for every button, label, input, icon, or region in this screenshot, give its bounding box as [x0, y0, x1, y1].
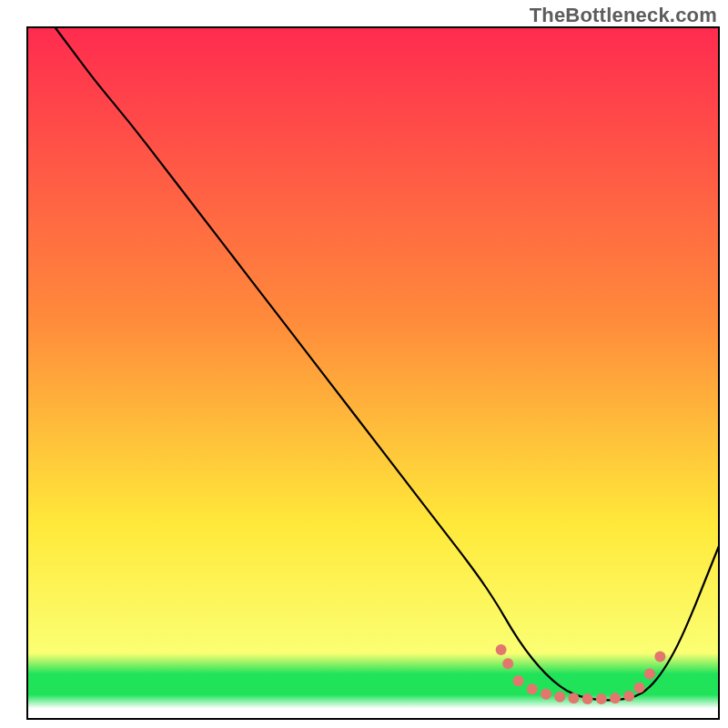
marker-dot	[527, 683, 538, 694]
marker-dot	[610, 693, 621, 703]
marker-dot	[644, 669, 655, 680]
chart-svg	[0, 0, 728, 728]
marker-dot	[568, 693, 579, 703]
marker-dot	[582, 693, 593, 704]
marker-dot	[634, 682, 645, 693]
marker-dot	[541, 689, 551, 700]
marker-dot	[654, 652, 665, 662]
watermark-text: TheBottleneck.com	[530, 4, 717, 27]
marker-dot	[496, 644, 507, 655]
marker-dot	[513, 675, 524, 686]
marker-dot	[623, 691, 634, 702]
marker-dot	[502, 658, 513, 669]
bottleneck-chart: TheBottleneck.com	[0, 0, 728, 728]
marker-dot	[596, 693, 607, 704]
plot-background	[27, 27, 719, 719]
marker-dot	[554, 692, 565, 703]
